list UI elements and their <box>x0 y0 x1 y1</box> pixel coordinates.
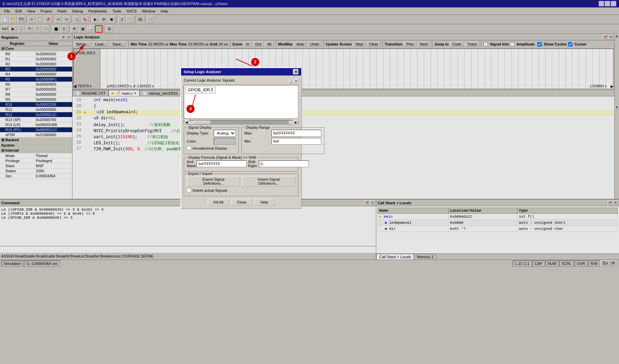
export-import-group: Export / Import Export Signal Definition… <box>184 174 298 196</box>
signals-close[interactable]: ✕ <box>294 79 298 83</box>
scroll-left-btn[interactable]: ◀ <box>184 120 189 125</box>
hex-display-check[interactable] <box>187 146 191 150</box>
andmask-input[interactable] <box>197 160 246 167</box>
signal-list-area[interactable]: GPIOB_IDR.5 <box>184 85 298 119</box>
signals-label: Current Logic Analyzer Signals: <box>184 78 235 82</box>
annotation-3: 3 <box>186 105 195 113</box>
dialog-overlay <box>0 0 619 364</box>
dialog-columns: Signal Display Display Type: Analog Colo… <box>184 127 298 156</box>
display-type-row: Display Type: Analog <box>187 130 236 136</box>
display-range-title: Display Range <box>244 125 271 129</box>
signal-scrollbar[interactable]: ◀ ▶ <box>184 120 298 125</box>
annotation-2: 2 <box>251 58 259 66</box>
min-input[interactable] <box>271 138 321 145</box>
export-import-btns: Export Signal Definitions... Import Sign… <box>187 176 295 187</box>
hex-display-row: Hexadecimal Display <box>187 146 236 150</box>
scroll-track <box>194 121 289 124</box>
delete-signals-label: Delete actual Signals <box>193 188 227 192</box>
kill-all-btn[interactable]: Kill All <box>208 199 229 206</box>
max-row: Max: <box>244 130 321 136</box>
dialog-title-text: Setup Logic Analyzer <box>184 70 221 74</box>
dialog-buttons: Kill All Close Help <box>184 199 298 206</box>
display-range-group: Display Range Max: Min: <box>241 127 324 154</box>
export-import-title: Export / Import <box>187 172 214 176</box>
dialog-body: Current Logic Analyzer Signals: _ ✕ GPIO… <box>181 75 301 208</box>
color-picker[interactable] <box>214 138 236 145</box>
min-label: Min: <box>244 139 271 143</box>
color-label: Color: <box>187 139 214 143</box>
delete-signals-check[interactable] <box>187 188 191 192</box>
signals-header: Current Logic Analyzer Signals: _ ✕ <box>184 78 298 84</box>
scroll-right-btn[interactable]: ▶ <box>293 120 298 125</box>
display-type-label: Display Type: <box>187 131 214 135</box>
formula-title: Display Formula (Signal & Mask) >> Shift <box>187 155 257 159</box>
close-btn[interactable]: Close <box>231 199 252 206</box>
delete-signals-row: Delete actual Signals <box>187 188 295 192</box>
formula-group: Display Formula (Signal & Mask) >> Shift… <box>184 157 298 172</box>
shiftright-input[interactable] <box>259 160 309 167</box>
signals-minimize[interactable]: _ <box>288 79 293 83</box>
signal-entry-gpiob[interactable]: GPIOB_IDR.5 <box>185 87 215 93</box>
signal-display-title: Signal Display <box>187 125 213 129</box>
dialog-title-bar: Setup Logic Analyzer ✕ <box>181 68 301 75</box>
display-type-select[interactable]: Analog <box>214 130 236 136</box>
setup-dialog: Setup Logic Analyzer ✕ Current Logic Ana… <box>180 67 302 209</box>
dialog-close-btn[interactable]: ✕ <box>293 69 298 74</box>
annotation-1: 1 <box>67 52 76 60</box>
hex-display-label: Hexadecimal Display <box>193 146 227 150</box>
max-label: Max: <box>244 131 271 135</box>
min-row: Min: <box>244 138 321 145</box>
max-input[interactable] <box>271 130 321 136</box>
signal-display-group: Signal Display Display Type: Analog Colo… <box>184 127 239 154</box>
help-btn[interactable]: Help <box>254 199 274 206</box>
color-row: Color: <box>187 138 236 145</box>
andmask-label: And Mask: <box>187 160 197 168</box>
shiftright-label: Shift Right: <box>248 160 258 168</box>
import-signal-btn[interactable]: Import Signal Definitions... <box>242 176 295 187</box>
andmask-row: And Mask: Shift Right: <box>187 160 295 168</box>
scroll-thumb[interactable] <box>194 121 210 124</box>
export-signal-btn[interactable]: Export Signal Definitions... <box>187 176 240 187</box>
